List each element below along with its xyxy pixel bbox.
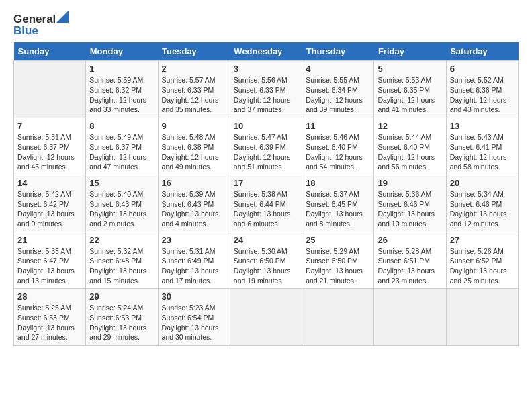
calendar-cell: 3Sunrise: 5:56 AM Sunset: 6:33 PM Daylig…: [230, 61, 302, 118]
calendar-cell: 25Sunrise: 5:29 AM Sunset: 6:50 PM Dayli…: [302, 232, 374, 289]
day-info: Sunrise: 5:59 AM Sunset: 6:32 PM Dayligh…: [89, 75, 154, 115]
calendar-cell: 23Sunrise: 5:31 AM Sunset: 6:49 PM Dayli…: [158, 232, 230, 289]
calendar-week-row: 28Sunrise: 5:25 AM Sunset: 6:53 PM Dayli…: [14, 289, 519, 346]
day-number: 8: [89, 121, 154, 131]
calendar-cell: [374, 289, 446, 346]
day-info: Sunrise: 5:24 AM Sunset: 6:53 PM Dayligh…: [89, 303, 154, 342]
calendar-cell: 11Sunrise: 5:46 AM Sunset: 6:40 PM Dayli…: [302, 118, 374, 175]
day-header-friday: Friday: [374, 42, 446, 61]
day-number: 19: [378, 178, 442, 188]
logo-icon: [56, 11, 69, 23]
day-number: 7: [17, 121, 82, 131]
calendar-cell: 28Sunrise: 5:25 AM Sunset: 6:53 PM Dayli…: [14, 289, 86, 346]
day-number: 24: [234, 235, 298, 245]
day-info: Sunrise: 5:53 AM Sunset: 6:35 PM Dayligh…: [378, 75, 442, 115]
day-number: 20: [450, 178, 515, 188]
day-number: 23: [162, 235, 226, 245]
calendar-week-row: 14Sunrise: 5:42 AM Sunset: 6:42 PM Dayli…: [14, 175, 519, 232]
day-info: Sunrise: 5:23 AM Sunset: 6:54 PM Dayligh…: [162, 303, 226, 342]
day-info: Sunrise: 5:57 AM Sunset: 6:33 PM Dayligh…: [162, 75, 226, 115]
calendar-cell: 13Sunrise: 5:43 AM Sunset: 6:41 PM Dayli…: [446, 118, 518, 175]
day-info: Sunrise: 5:30 AM Sunset: 6:50 PM Dayligh…: [234, 246, 298, 286]
calendar-cell: 30Sunrise: 5:23 AM Sunset: 6:54 PM Dayli…: [158, 289, 230, 346]
day-number: 13: [450, 121, 515, 131]
day-number: 29: [89, 291, 154, 302]
day-number: 11: [306, 121, 370, 131]
day-header-thursday: Thursday: [302, 42, 374, 61]
calendar-week-row: 7Sunrise: 5:51 AM Sunset: 6:37 PM Daylig…: [14, 118, 519, 175]
calendar-cell: 10Sunrise: 5:47 AM Sunset: 6:39 PM Dayli…: [230, 118, 302, 175]
day-info: Sunrise: 5:29 AM Sunset: 6:50 PM Dayligh…: [306, 246, 370, 286]
calendar-cell: 26Sunrise: 5:28 AM Sunset: 6:51 PM Dayli…: [374, 232, 446, 289]
day-info: Sunrise: 5:37 AM Sunset: 6:45 PM Dayligh…: [306, 189, 370, 229]
calendar-cell: 18Sunrise: 5:37 AM Sunset: 6:45 PM Dayli…: [302, 175, 374, 232]
calendar-cell: 9Sunrise: 5:48 AM Sunset: 6:38 PM Daylig…: [158, 118, 230, 175]
day-number: 17: [234, 178, 298, 188]
day-header-monday: Monday: [86, 42, 158, 61]
day-header-saturday: Saturday: [446, 42, 518, 61]
day-number: 26: [378, 235, 442, 245]
day-info: Sunrise: 5:38 AM Sunset: 6:44 PM Dayligh…: [234, 189, 298, 229]
day-header-sunday: Sunday: [14, 42, 86, 61]
day-info: Sunrise: 5:43 AM Sunset: 6:41 PM Dayligh…: [450, 132, 515, 172]
calendar-cell: [302, 289, 374, 346]
day-number: 6: [450, 64, 515, 74]
calendar-cell: 8Sunrise: 5:49 AM Sunset: 6:37 PM Daylig…: [86, 118, 158, 175]
day-number: 27: [450, 235, 515, 245]
calendar-cell: 22Sunrise: 5:32 AM Sunset: 6:48 PM Dayli…: [86, 232, 158, 289]
day-info: Sunrise: 5:42 AM Sunset: 6:42 PM Dayligh…: [17, 189, 82, 229]
day-info: Sunrise: 5:25 AM Sunset: 6:53 PM Dayligh…: [17, 303, 82, 342]
logo: General Blue: [13, 13, 69, 37]
calendar-cell: 4Sunrise: 5:55 AM Sunset: 6:34 PM Daylig…: [302, 61, 374, 118]
calendar-cell: 16Sunrise: 5:39 AM Sunset: 6:43 PM Dayli…: [158, 175, 230, 232]
day-number: 16: [162, 178, 226, 188]
calendar-cell: 29Sunrise: 5:24 AM Sunset: 6:53 PM Dayli…: [86, 289, 158, 346]
day-number: 9: [162, 121, 226, 131]
calendar-cell: 5Sunrise: 5:53 AM Sunset: 6:35 PM Daylig…: [374, 61, 446, 118]
calendar-cell: 27Sunrise: 5:26 AM Sunset: 6:52 PM Dayli…: [446, 232, 518, 289]
day-number: 21: [17, 235, 82, 245]
day-number: 10: [234, 121, 298, 131]
day-info: Sunrise: 5:48 AM Sunset: 6:38 PM Dayligh…: [162, 132, 226, 172]
day-info: Sunrise: 5:34 AM Sunset: 6:46 PM Dayligh…: [450, 189, 515, 229]
day-info: Sunrise: 5:46 AM Sunset: 6:40 PM Dayligh…: [306, 132, 370, 172]
logo-blue: Blue: [13, 25, 69, 38]
svg-marker-0: [56, 11, 69, 23]
day-info: Sunrise: 5:40 AM Sunset: 6:43 PM Dayligh…: [89, 189, 154, 229]
calendar-cell: 14Sunrise: 5:42 AM Sunset: 6:42 PM Dayli…: [14, 175, 86, 232]
day-number: 18: [306, 178, 370, 188]
day-info: Sunrise: 5:36 AM Sunset: 6:46 PM Dayligh…: [378, 189, 442, 229]
calendar-cell: 7Sunrise: 5:51 AM Sunset: 6:37 PM Daylig…: [14, 118, 86, 175]
day-number: 5: [378, 64, 442, 74]
day-number: 3: [234, 64, 298, 74]
day-number: 25: [306, 235, 370, 245]
calendar-cell: 24Sunrise: 5:30 AM Sunset: 6:50 PM Dayli…: [230, 232, 302, 289]
day-info: Sunrise: 5:26 AM Sunset: 6:52 PM Dayligh…: [450, 246, 515, 286]
day-info: Sunrise: 5:31 AM Sunset: 6:49 PM Dayligh…: [162, 246, 226, 286]
day-number: 30: [162, 291, 226, 302]
day-info: Sunrise: 5:28 AM Sunset: 6:51 PM Dayligh…: [378, 246, 442, 286]
calendar-cell: 19Sunrise: 5:36 AM Sunset: 6:46 PM Dayli…: [374, 175, 446, 232]
calendar-cell: [446, 289, 518, 346]
calendar-week-row: 21Sunrise: 5:33 AM Sunset: 6:47 PM Dayli…: [14, 232, 519, 289]
page-header: General Blue: [13, 13, 519, 37]
day-info: Sunrise: 5:52 AM Sunset: 6:36 PM Dayligh…: [450, 75, 515, 115]
day-info: Sunrise: 5:44 AM Sunset: 6:40 PM Dayligh…: [378, 132, 442, 172]
calendar-week-row: 1Sunrise: 5:59 AM Sunset: 6:32 PM Daylig…: [14, 61, 519, 118]
day-number: 1: [89, 64, 154, 74]
day-info: Sunrise: 5:47 AM Sunset: 6:39 PM Dayligh…: [234, 132, 298, 172]
day-info: Sunrise: 5:39 AM Sunset: 6:43 PM Dayligh…: [162, 189, 226, 229]
calendar-body: 1Sunrise: 5:59 AM Sunset: 6:32 PM Daylig…: [14, 61, 519, 346]
day-info: Sunrise: 5:33 AM Sunset: 6:47 PM Dayligh…: [17, 246, 82, 286]
days-header-row: SundayMondayTuesdayWednesdayThursdayFrid…: [14, 42, 519, 61]
day-info: Sunrise: 5:32 AM Sunset: 6:48 PM Dayligh…: [89, 246, 154, 286]
day-info: Sunrise: 5:55 AM Sunset: 6:34 PM Dayligh…: [306, 75, 370, 115]
day-info: Sunrise: 5:49 AM Sunset: 6:37 PM Dayligh…: [89, 132, 154, 172]
calendar-cell: [230, 289, 302, 346]
day-info: Sunrise: 5:56 AM Sunset: 6:33 PM Dayligh…: [234, 75, 298, 115]
logo-text: General Blue: [13, 13, 69, 37]
calendar-cell: 21Sunrise: 5:33 AM Sunset: 6:47 PM Dayli…: [14, 232, 86, 289]
day-header-wednesday: Wednesday: [230, 42, 302, 61]
day-number: 4: [306, 64, 370, 74]
day-number: 28: [17, 291, 82, 302]
